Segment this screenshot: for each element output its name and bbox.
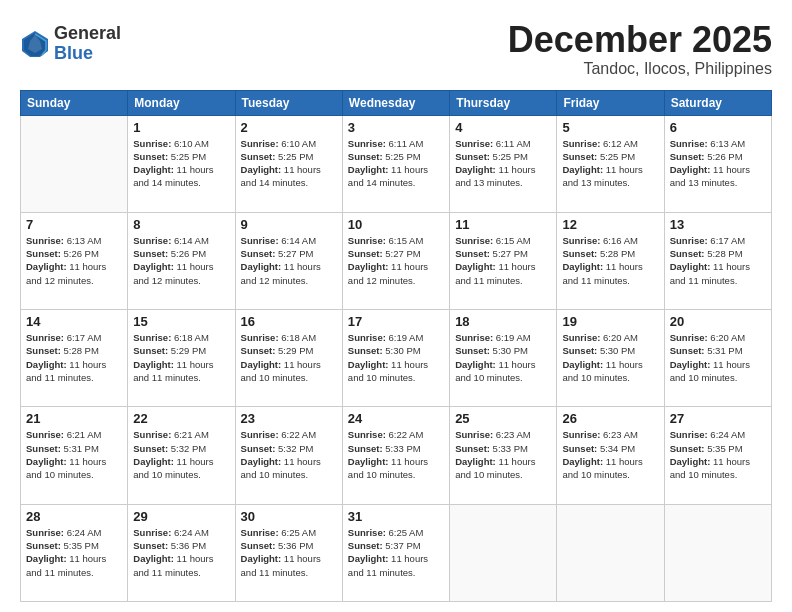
day-number: 31 [348,509,444,524]
day-number: 13 [670,217,766,232]
logo-text: General Blue [54,24,121,64]
calendar-cell: 8Sunrise: 6:14 AMSunset: 5:26 PMDaylight… [128,212,235,309]
day-info: Sunrise: 6:25 AMSunset: 5:37 PMDaylight:… [348,526,444,579]
calendar-cell: 12Sunrise: 6:16 AMSunset: 5:28 PMDayligh… [557,212,664,309]
calendar-table: Sunday Monday Tuesday Wednesday Thursday… [20,90,772,602]
calendar-cell: 16Sunrise: 6:18 AMSunset: 5:29 PMDayligh… [235,310,342,407]
day-info: Sunrise: 6:11 AMSunset: 5:25 PMDaylight:… [348,137,444,190]
day-number: 15 [133,314,229,329]
day-info: Sunrise: 6:12 AMSunset: 5:25 PMDaylight:… [562,137,658,190]
day-info: Sunrise: 6:21 AMSunset: 5:31 PMDaylight:… [26,428,122,481]
calendar-week-4: 21Sunrise: 6:21 AMSunset: 5:31 PMDayligh… [21,407,772,504]
calendar-title: December 2025 [508,20,772,60]
day-number: 17 [348,314,444,329]
day-info: Sunrise: 6:24 AMSunset: 5:35 PMDaylight:… [670,428,766,481]
col-saturday: Saturday [664,90,771,115]
calendar-cell: 26Sunrise: 6:23 AMSunset: 5:34 PMDayligh… [557,407,664,504]
calendar-subtitle: Tandoc, Ilocos, Philippines [508,60,772,78]
day-number: 12 [562,217,658,232]
day-info: Sunrise: 6:22 AMSunset: 5:32 PMDaylight:… [241,428,337,481]
logo-general: General [54,24,121,44]
day-number: 29 [133,509,229,524]
calendar-cell: 24Sunrise: 6:22 AMSunset: 5:33 PMDayligh… [342,407,449,504]
calendar-cell: 29Sunrise: 6:24 AMSunset: 5:36 PMDayligh… [128,504,235,601]
calendar-cell: 23Sunrise: 6:22 AMSunset: 5:32 PMDayligh… [235,407,342,504]
day-number: 22 [133,411,229,426]
calendar-cell: 22Sunrise: 6:21 AMSunset: 5:32 PMDayligh… [128,407,235,504]
day-number: 14 [26,314,122,329]
day-info: Sunrise: 6:13 AMSunset: 5:26 PMDaylight:… [26,234,122,287]
col-tuesday: Tuesday [235,90,342,115]
col-sunday: Sunday [21,90,128,115]
day-info: Sunrise: 6:10 AMSunset: 5:25 PMDaylight:… [133,137,229,190]
day-info: Sunrise: 6:20 AMSunset: 5:31 PMDaylight:… [670,331,766,384]
calendar-cell: 15Sunrise: 6:18 AMSunset: 5:29 PMDayligh… [128,310,235,407]
day-number: 8 [133,217,229,232]
day-number: 6 [670,120,766,135]
day-number: 10 [348,217,444,232]
day-info: Sunrise: 6:19 AMSunset: 5:30 PMDaylight:… [348,331,444,384]
calendar-cell: 1Sunrise: 6:10 AMSunset: 5:25 PMDaylight… [128,115,235,212]
days-of-week-row: Sunday Monday Tuesday Wednesday Thursday… [21,90,772,115]
calendar-cell: 3Sunrise: 6:11 AMSunset: 5:25 PMDaylight… [342,115,449,212]
calendar-week-3: 14Sunrise: 6:17 AMSunset: 5:28 PMDayligh… [21,310,772,407]
page: General Blue December 2025 Tandoc, Iloco… [0,0,792,612]
calendar-cell [450,504,557,601]
calendar-cell: 18Sunrise: 6:19 AMSunset: 5:30 PMDayligh… [450,310,557,407]
day-info: Sunrise: 6:10 AMSunset: 5:25 PMDaylight:… [241,137,337,190]
day-info: Sunrise: 6:15 AMSunset: 5:27 PMDaylight:… [455,234,551,287]
day-info: Sunrise: 6:14 AMSunset: 5:27 PMDaylight:… [241,234,337,287]
calendar-cell: 7Sunrise: 6:13 AMSunset: 5:26 PMDaylight… [21,212,128,309]
day-info: Sunrise: 6:13 AMSunset: 5:26 PMDaylight:… [670,137,766,190]
day-info: Sunrise: 6:19 AMSunset: 5:30 PMDaylight:… [455,331,551,384]
col-friday: Friday [557,90,664,115]
day-number: 25 [455,411,551,426]
day-info: Sunrise: 6:22 AMSunset: 5:33 PMDaylight:… [348,428,444,481]
day-number: 9 [241,217,337,232]
day-info: Sunrise: 6:17 AMSunset: 5:28 PMDaylight:… [26,331,122,384]
logo-icon [20,29,50,59]
calendar-cell [557,504,664,601]
day-info: Sunrise: 6:15 AMSunset: 5:27 PMDaylight:… [348,234,444,287]
day-info: Sunrise: 6:17 AMSunset: 5:28 PMDaylight:… [670,234,766,287]
day-number: 20 [670,314,766,329]
calendar-cell: 20Sunrise: 6:20 AMSunset: 5:31 PMDayligh… [664,310,771,407]
col-monday: Monday [128,90,235,115]
day-number: 23 [241,411,337,426]
day-number: 26 [562,411,658,426]
header: General Blue December 2025 Tandoc, Iloco… [20,20,772,78]
calendar-cell [664,504,771,601]
day-info: Sunrise: 6:18 AMSunset: 5:29 PMDaylight:… [133,331,229,384]
day-info: Sunrise: 6:16 AMSunset: 5:28 PMDaylight:… [562,234,658,287]
col-wednesday: Wednesday [342,90,449,115]
day-number: 16 [241,314,337,329]
calendar-week-5: 28Sunrise: 6:24 AMSunset: 5:35 PMDayligh… [21,504,772,601]
calendar-cell [21,115,128,212]
calendar-cell: 17Sunrise: 6:19 AMSunset: 5:30 PMDayligh… [342,310,449,407]
calendar-cell: 25Sunrise: 6:23 AMSunset: 5:33 PMDayligh… [450,407,557,504]
col-thursday: Thursday [450,90,557,115]
calendar-cell: 27Sunrise: 6:24 AMSunset: 5:35 PMDayligh… [664,407,771,504]
title-section: December 2025 Tandoc, Ilocos, Philippine… [508,20,772,78]
calendar-cell: 2Sunrise: 6:10 AMSunset: 5:25 PMDaylight… [235,115,342,212]
day-number: 1 [133,120,229,135]
calendar-cell: 31Sunrise: 6:25 AMSunset: 5:37 PMDayligh… [342,504,449,601]
calendar-cell: 10Sunrise: 6:15 AMSunset: 5:27 PMDayligh… [342,212,449,309]
calendar-body: 1Sunrise: 6:10 AMSunset: 5:25 PMDaylight… [21,115,772,601]
day-number: 18 [455,314,551,329]
day-number: 2 [241,120,337,135]
calendar-cell: 6Sunrise: 6:13 AMSunset: 5:26 PMDaylight… [664,115,771,212]
day-number: 3 [348,120,444,135]
logo: General Blue [20,24,121,64]
day-number: 5 [562,120,658,135]
calendar-cell: 14Sunrise: 6:17 AMSunset: 5:28 PMDayligh… [21,310,128,407]
day-number: 28 [26,509,122,524]
day-info: Sunrise: 6:14 AMSunset: 5:26 PMDaylight:… [133,234,229,287]
day-info: Sunrise: 6:21 AMSunset: 5:32 PMDaylight:… [133,428,229,481]
day-number: 4 [455,120,551,135]
day-number: 19 [562,314,658,329]
day-number: 27 [670,411,766,426]
calendar-cell: 4Sunrise: 6:11 AMSunset: 5:25 PMDaylight… [450,115,557,212]
calendar-cell: 21Sunrise: 6:21 AMSunset: 5:31 PMDayligh… [21,407,128,504]
calendar-cell: 5Sunrise: 6:12 AMSunset: 5:25 PMDaylight… [557,115,664,212]
